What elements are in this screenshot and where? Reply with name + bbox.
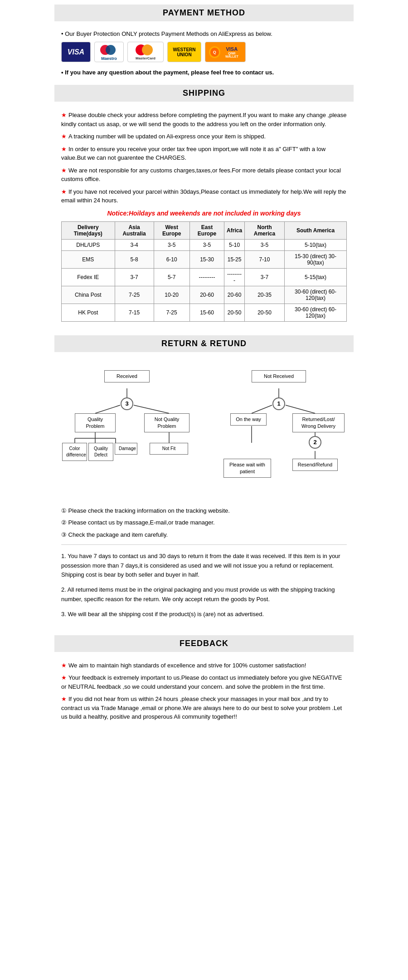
shipping-cell-2-3: --------- <box>189 268 224 286</box>
payment-note: If you have any question about the payme… <box>61 69 347 76</box>
fc-color-diff: Color difference <box>62 443 87 461</box>
return-rule-3: 3. We will bear all the shipping cost if… <box>61 610 347 619</box>
fc-quality-problem: Quality Problem <box>75 413 116 433</box>
shipping-cell-2-6: 5-15(tax) <box>285 268 347 286</box>
fc-circle1: 1 <box>272 397 285 410</box>
shipping-cell-2-5: 3-7 <box>244 268 284 286</box>
qiwi-logo: Q VISA QIWI WALLET <box>205 42 246 62</box>
return-note-1: ① Please check the tracking information … <box>61 506 347 516</box>
shipping-cell-0-2: 3-5 <box>154 239 189 250</box>
fc-not-received: Not Received <box>252 370 306 382</box>
shipping-cell-4-2: 7-25 <box>154 304 189 321</box>
fc-on-the-way: On the way <box>230 413 267 426</box>
fc-received: Received <box>104 370 150 382</box>
shipping-cell-3-4: 20-60 <box>224 286 245 304</box>
flowchart: Received 3 Quality Problem Not Quality P… <box>61 368 347 500</box>
shipping-cell-0-6: 5-10(tax) <box>285 239 347 250</box>
return-note-2: ② Please contact us by massage,E-mail,or… <box>61 518 347 528</box>
mastercard-logo: MasterCard <box>127 42 164 62</box>
return-notes: ① Please check the tracking information … <box>61 506 347 540</box>
shipping-cell-4-5: 20-50 <box>244 304 284 321</box>
shipping-cell-1-4: 15-25 <box>224 250 245 268</box>
fc-circle3: 3 <box>121 397 133 410</box>
col-africa: Africa <box>224 221 245 239</box>
return-rule-1: 1. You have 7 days to contact us and 30 … <box>61 552 347 580</box>
shipping-cell-0-3: 3-5 <box>189 239 224 250</box>
shipping-cell-3-3: 20-60 <box>189 286 224 304</box>
payment-intro: Our Buyer Protection ONLY protects Payme… <box>61 30 347 37</box>
shipping-cell-0-4: 5-10 <box>224 239 245 250</box>
shipping-cell-2-1: 3-7 <box>115 268 154 286</box>
col-asia: Asia Australia <box>115 221 154 239</box>
payment-header: PAYMENT METHOD <box>54 5 354 21</box>
col-west-europe: West Europe <box>154 221 189 239</box>
fc-returned-lost: Returned/Lost/ Wrong Delivery <box>292 413 345 433</box>
shipping-item-4: We are not responsible for any customs c… <box>61 166 347 184</box>
shipping-item-3: In order to ensure you receive your orde… <box>61 145 347 162</box>
return-header: RETURN & RETUND <box>54 335 354 352</box>
col-north-america: North America <box>244 221 284 239</box>
svg-line-11 <box>286 405 315 413</box>
shipping-item-2: A tracking number will be updated on Ali… <box>61 132 347 141</box>
shipping-table: Delivery Time(days) Asia Australia West … <box>61 221 347 322</box>
return-note-3: ③ Check the package and item carefully. <box>61 530 347 540</box>
shipping-cell-0-1: 3-4 <box>115 239 154 250</box>
shipping-cell-3-0: China Post <box>62 286 115 304</box>
shipping-notice: Notice:Hoildays and weekends are not inc… <box>61 210 347 217</box>
shipping-cell-3-2: 10-20 <box>154 286 189 304</box>
col-delivery: Delivery Time(days) <box>62 221 115 239</box>
svg-line-2 <box>134 405 169 413</box>
fc-please-wait: Please wait with patient <box>223 459 271 478</box>
svg-line-1 <box>95 405 120 413</box>
shipping-cell-0-5: 3-5 <box>244 239 284 250</box>
shipping-cell-3-6: 30-60 (direct) 60-120(tax) <box>285 286 347 304</box>
visa-logo: VISA <box>61 42 91 62</box>
shipping-section: Please double check your address before … <box>54 106 354 331</box>
shipping-cell-1-2: 6-10 <box>154 250 189 268</box>
fc-circle2: 2 <box>309 436 321 449</box>
shipping-cell-2-0: Fedex IE <box>62 268 115 286</box>
col-east-europe: East Europe <box>189 221 224 239</box>
shipping-item-5: If you have not received your parcel wit… <box>61 187 347 205</box>
shipping-cell-0-0: DHL/UPS <box>62 239 115 250</box>
return-section: Received 3 Quality Problem Not Quality P… <box>54 357 354 631</box>
svg-line-10 <box>252 405 272 413</box>
shipping-cell-3-5: 20-35 <box>244 286 284 304</box>
fc-not-fit: Not Fit <box>150 443 188 455</box>
western-union-logo: WESTERNUNION <box>167 42 201 62</box>
fc-not-quality: Not Quality Problem <box>144 413 189 433</box>
return-rule-2: 2. All returned items must be in the ori… <box>61 585 347 604</box>
shipping-cell-1-6: 15-30 (direct) 30-90(tax) <box>285 250 347 268</box>
shipping-cell-4-6: 30-60 (direct) 60-120(tax) <box>285 304 347 321</box>
shipping-cell-1-5: 7-10 <box>244 250 284 268</box>
shipping-cell-4-3: 15-60 <box>189 304 224 321</box>
shipping-cell-2-4: --------- <box>224 268 245 286</box>
feedback-item-1: We aim to maintain high standards of exc… <box>61 661 347 670</box>
fc-damage: Damage <box>115 443 137 455</box>
shipping-cell-3-1: 7-25 <box>115 286 154 304</box>
shipping-cell-1-1: 5-8 <box>115 250 154 268</box>
shipping-cell-4-1: 7-15 <box>115 304 154 321</box>
shipping-cell-4-4: 20-50 <box>224 304 245 321</box>
feedback-item-3: If you did not hear from us within 24 ho… <box>61 695 347 721</box>
feedback-section: We aim to maintain high standards of exc… <box>54 657 354 730</box>
shipping-cell-4-0: HK Post <box>62 304 115 321</box>
fc-quality-defect: Quality Defect <box>88 443 113 461</box>
feedback-item-2: Your feedback is extremely important to … <box>61 673 347 691</box>
maestro-logo: Maestro <box>94 42 124 62</box>
col-south-america: South America <box>285 221 347 239</box>
payment-logos: VISA Maestro MasterCard WESTERNUNION <box>61 42 347 62</box>
shipping-cell-1-3: 15-30 <box>189 250 224 268</box>
shipping-cell-2-2: 5-7 <box>154 268 189 286</box>
shipping-item-1: Please double check your address before … <box>61 111 347 128</box>
return-rules: 1. You have 7 days to contact us and 30 … <box>61 552 347 619</box>
payment-section: Our Buyer Protection ONLY protects Payme… <box>54 26 354 80</box>
shipping-header: SHIPPING <box>54 85 354 102</box>
shipping-cell-1-0: EMS <box>62 250 115 268</box>
fc-resend-refund: Resend/Refund <box>292 459 338 471</box>
feedback-header: FEEDBACK <box>54 635 354 652</box>
